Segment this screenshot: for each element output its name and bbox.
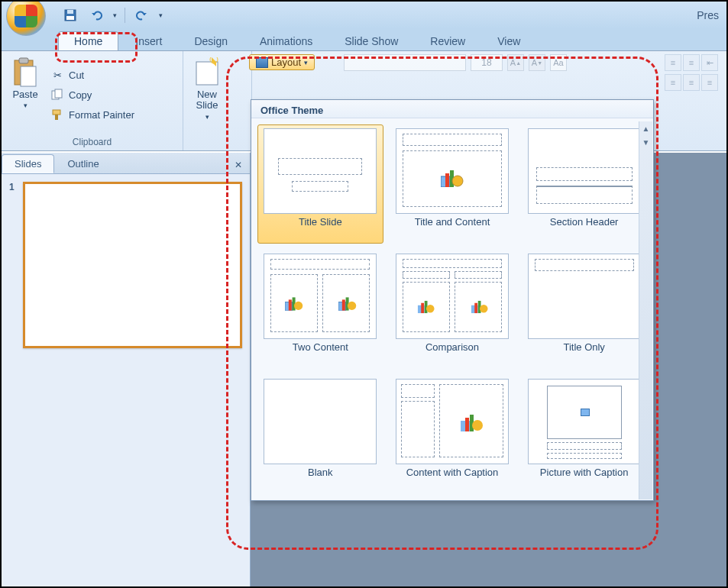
svg-point-19 xyxy=(294,302,303,310)
gallery-body: Title Slide Title and Content Section He… xyxy=(251,118,653,500)
svg-rect-29 xyxy=(474,303,477,314)
layout-preview xyxy=(264,379,377,464)
tab-insert[interactable]: Insert xyxy=(120,32,177,50)
svg-rect-21 xyxy=(342,299,345,310)
grow-font-button[interactable]: A▲ xyxy=(507,54,524,71)
layout-caption: Title and Content xyxy=(415,217,490,240)
cut-label: Cut xyxy=(69,69,84,81)
svg-point-31 xyxy=(480,305,488,313)
layout-preview xyxy=(264,254,377,339)
layout-dropdown-icon: ▾ xyxy=(304,59,308,66)
copy-label: Copy xyxy=(69,89,92,101)
numbering-button[interactable]: ≡ xyxy=(683,54,700,71)
redo-icon[interactable] xyxy=(133,6,151,24)
quick-access-toolbar: ▾ ▾ xyxy=(61,6,163,24)
title-bar: ▾ ▾ Pres xyxy=(2,2,726,29)
slide-preview xyxy=(23,182,242,348)
layout-title-only[interactable]: Title Only xyxy=(521,250,647,369)
ribbon-tabs: Home Insert Design Animations Slide Show… xyxy=(2,29,726,50)
tab-view[interactable]: View xyxy=(482,32,535,50)
svg-rect-2 xyxy=(66,16,74,20)
layout-content-with-caption[interactable]: Content with Caption xyxy=(390,375,516,494)
group-clipboard: Paste ▾ ✂ Cut Copy Form xyxy=(2,51,183,150)
layout-preview xyxy=(528,379,641,464)
panel-tab-slides[interactable]: Slides xyxy=(2,154,54,173)
change-case-button[interactable]: Aa xyxy=(550,54,567,71)
format-painter-icon xyxy=(50,108,64,121)
tab-design[interactable]: Design xyxy=(179,32,243,50)
slide-thumbnail[interactable]: 1 xyxy=(9,182,242,348)
tab-slideshow[interactable]: Slide Show xyxy=(329,32,413,50)
svg-rect-9 xyxy=(55,115,58,120)
slide-number: 1 xyxy=(9,182,18,348)
font-size-value: 18 xyxy=(481,57,491,68)
panel-close-button[interactable]: ✕ xyxy=(227,157,250,173)
gallery-header: Office Theme xyxy=(251,100,653,118)
layout-preview xyxy=(528,254,641,339)
panel-tab-outline[interactable]: Outline xyxy=(54,154,112,173)
svg-rect-10 xyxy=(196,62,218,85)
shrink-font-button[interactable]: A▼ xyxy=(529,54,545,71)
svg-rect-25 xyxy=(421,303,424,314)
bullets-button[interactable]: ≡ xyxy=(665,54,681,71)
layout-picture-with-caption[interactable]: Picture with Caption xyxy=(521,375,647,494)
new-slide-icon xyxy=(193,57,221,88)
layout-caption: Content with Caption xyxy=(406,467,499,490)
font-name-box[interactable] xyxy=(344,54,466,71)
svg-rect-33 xyxy=(465,418,469,431)
align-center-button[interactable]: ≡ xyxy=(683,74,700,91)
new-slide-dropdown-icon[interactable]: ▾ xyxy=(205,113,209,121)
decrease-indent-button[interactable]: ⇤ xyxy=(701,54,718,71)
paste-label: Paste xyxy=(12,89,37,100)
layout-title-slide[interactable]: Title Slide xyxy=(257,124,383,244)
panel-tabs: Slides Outline ✕ xyxy=(2,153,250,174)
save-icon[interactable] xyxy=(61,6,79,24)
align-left-button[interactable]: ≡ xyxy=(665,74,681,91)
paste-button[interactable]: Paste ▾ xyxy=(8,54,43,135)
layout-caption: Picture with Caption xyxy=(540,467,629,490)
svg-point-15 xyxy=(452,176,463,186)
layout-two-content[interactable]: Two Content xyxy=(257,250,383,369)
svg-rect-5 xyxy=(21,66,36,86)
layout-caption: Blank xyxy=(308,467,333,490)
layout-preview xyxy=(396,379,509,464)
separator xyxy=(125,8,125,23)
layout-comparison[interactable]: Comparison xyxy=(390,250,516,369)
layout-title-and-content[interactable]: Title and Content xyxy=(390,124,516,244)
svg-rect-17 xyxy=(289,299,292,310)
paste-icon xyxy=(11,57,39,88)
qat-customize-icon[interactable]: ▾ xyxy=(159,11,163,19)
layout-preview xyxy=(264,128,377,214)
undo-icon[interactable] xyxy=(87,6,105,24)
tab-animations[interactable]: Animations xyxy=(244,32,328,50)
layout-label: Layout xyxy=(271,57,301,68)
format-painter-button[interactable]: Format Painter xyxy=(47,106,138,123)
font-size-box[interactable]: 18 xyxy=(471,54,503,71)
layout-button[interactable]: Layout ▾ xyxy=(249,54,315,70)
layout-caption: Title Slide xyxy=(299,217,342,240)
group-slides: New Slide ▾ xyxy=(183,51,252,150)
layout-blank[interactable]: Blank xyxy=(257,375,383,494)
tab-home[interactable]: Home xyxy=(58,31,118,50)
window-title: Pres xyxy=(697,9,719,21)
paste-dropdown-icon[interactable]: ▾ xyxy=(24,102,28,109)
new-slide-label: New Slide xyxy=(196,89,218,111)
svg-rect-4 xyxy=(19,58,28,63)
tab-review[interactable]: Review xyxy=(415,32,480,50)
gallery-scrollbar[interactable]: ▲ ▼ xyxy=(639,121,652,499)
layout-gallery: Office Theme Title Slide Title and Conte… xyxy=(251,99,654,501)
scroll-down-icon[interactable]: ▼ xyxy=(639,135,652,149)
svg-point-23 xyxy=(348,302,356,310)
new-slide-button[interactable]: New Slide ▾ xyxy=(189,54,225,146)
copy-button[interactable]: Copy xyxy=(47,86,138,103)
scroll-up-icon[interactable]: ▲ xyxy=(639,121,652,135)
layout-section-header[interactable]: Section Header xyxy=(521,124,647,244)
align-right-button[interactable]: ≡ xyxy=(701,74,718,91)
layout-preview xyxy=(528,128,641,214)
undo-dropdown-icon[interactable]: ▾ xyxy=(113,11,117,19)
cut-button[interactable]: ✂ Cut xyxy=(47,66,138,83)
svg-point-27 xyxy=(426,305,435,313)
layout-icon xyxy=(256,57,268,68)
svg-rect-1 xyxy=(67,10,73,14)
clipboard-group-label: Clipboard xyxy=(8,135,176,149)
